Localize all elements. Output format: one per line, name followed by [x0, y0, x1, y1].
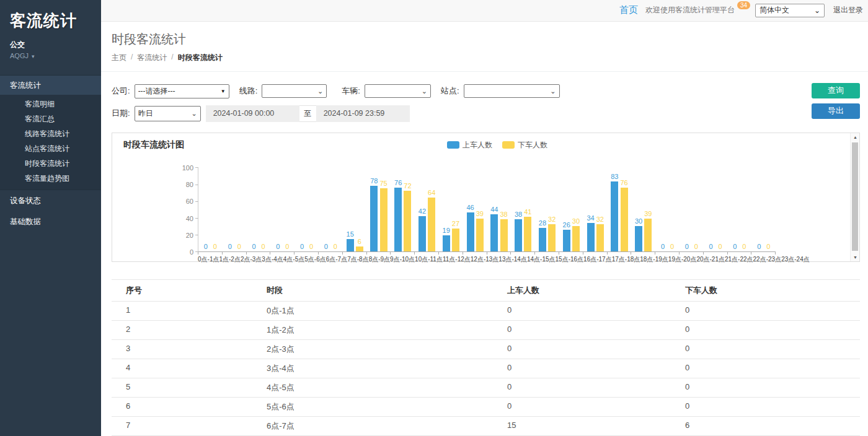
bar-group: 00 — [294, 168, 319, 251]
bar-column: 0 — [717, 243, 724, 251]
bar-column: 38 — [515, 211, 522, 251]
table-row[interactable]: 43点-4点00 — [112, 359, 860, 378]
bar-column: 0 — [764, 243, 772, 251]
bar-group: 8376 — [608, 168, 632, 251]
language-select[interactable]: 简体中文 ⌄ — [755, 4, 825, 17]
bar — [370, 186, 378, 251]
main-area: 首页 欢迎使用客流统计管理平台 34 简体中文 ⌄ 退出登录 时段客流统计 主页… — [101, 0, 868, 436]
x-axis-tick-mark — [343, 252, 367, 255]
bar-value-label: 64 — [428, 189, 435, 197]
sidebar-item-line-stats[interactable]: 线路客流统计 — [0, 126, 101, 141]
x-axis-tick-mark — [511, 252, 535, 255]
date-to-input[interactable]: 2024-01-09 23:59 — [316, 105, 410, 122]
scrollbar-thumb[interactable] — [852, 142, 858, 251]
chevron-down-icon: ⌄ — [814, 6, 820, 15]
table-cell: 0 — [493, 321, 671, 339]
topbar: 首页 欢迎使用客流统计管理平台 34 简体中文 ⌄ 退出登录 — [101, 0, 868, 22]
date-preset-select[interactable]: 昨日 ⌄ — [135, 106, 201, 121]
bar — [563, 230, 570, 251]
filter-panel: 公司: ---请选择--- ▼ 线路: ⌄ 车辆: ⌄ 站点: — [101, 72, 868, 122]
bar-column: 42 — [418, 207, 426, 251]
language-select-value: 简体中文 — [760, 5, 789, 15]
table-row[interactable]: 21点-2点00 — [112, 321, 860, 340]
bar-value-label: 0 — [766, 243, 770, 251]
bar-group: 00 — [704, 168, 728, 251]
company-code-label: AQGJ — [10, 52, 29, 59]
bar-group: 3432 — [583, 168, 608, 251]
bar-column: 0 — [659, 243, 666, 251]
breadcrumb-flow-stats[interactable]: 客流统计 — [137, 53, 167, 63]
table-cell: 0 — [493, 359, 671, 378]
line-select[interactable]: ⌄ — [262, 84, 327, 98]
x-axis-label: 1点-2点 — [219, 255, 240, 264]
sidebar-item-flow-summary[interactable]: 客流汇总 — [0, 111, 101, 126]
sidebar-item-device-status[interactable]: 设备状态 — [0, 190, 101, 211]
sidebar-item-flow-detail[interactable]: 客流明细 — [0, 97, 101, 111]
x-axis-tick-mark — [728, 252, 752, 255]
bar-column: 0 — [755, 243, 763, 251]
x-axis-tick-mark — [559, 252, 583, 255]
table-cell: 2点-3点 — [252, 340, 493, 359]
y-axis-tick-mark — [195, 235, 198, 235]
station-select[interactable]: ⌄ — [464, 84, 560, 98]
sidebar-item-period-stats[interactable]: 时段客流统计 — [0, 156, 101, 171]
chart-scrollbar[interactable]: ▲ ▼ — [850, 133, 859, 261]
bar-value-label: 0 — [742, 243, 746, 251]
x-axis-label: 23点-24点 — [781, 255, 810, 264]
bar-value-label: 0 — [757, 243, 761, 251]
bar-column: 75 — [379, 180, 387, 251]
logout-link[interactable]: 退出登录 — [833, 5, 863, 15]
notification-badge[interactable]: 34 — [737, 1, 750, 9]
bar-group: 4639 — [463, 168, 487, 251]
bar — [515, 219, 522, 251]
table-row[interactable]: 32点-3点00 — [112, 340, 860, 359]
bar-column: 39 — [644, 210, 652, 251]
date-label: 日期: — [112, 108, 130, 119]
bar-column: 0 — [211, 243, 219, 251]
x-axis-tick-mark — [463, 252, 487, 255]
table-cell: 0 — [493, 302, 671, 320]
bar-column: 19 — [443, 227, 450, 251]
legend-swatch-icon — [447, 141, 459, 149]
search-button[interactable]: 查询 — [812, 83, 860, 98]
bar-value-label: 42 — [418, 207, 426, 216]
bar-value-label: 78 — [370, 177, 378, 185]
vehicle-select[interactable]: ⌄ — [365, 84, 431, 98]
home-link[interactable]: 首页 — [619, 4, 638, 16]
bar-column: 72 — [404, 182, 411, 251]
bar — [500, 219, 508, 251]
x-axis-tick-mark — [535, 252, 559, 255]
breadcrumb-home[interactable]: 主页 — [112, 53, 126, 63]
x-axis-tick-mark — [223, 252, 247, 255]
table-body: 10点-1点0021点-2点0032点-3点0043点-4点0054点-5点00… — [112, 302, 860, 436]
bar-group: 00 — [247, 168, 271, 251]
sidebar-item-flow-stats[interactable]: 客流统计 — [0, 75, 101, 95]
table-cell: 0 — [671, 359, 860, 378]
sidebar-item-base-data[interactable]: 基础数据 — [0, 211, 101, 232]
bar-column: 76 — [620, 179, 627, 251]
bar-column: 6 — [356, 238, 363, 251]
sidebar-item-trend-chart[interactable]: 客流量趋势图 — [0, 171, 101, 186]
bar-value-label: 38 — [500, 211, 507, 219]
sidebar-item-station-stats[interactable]: 站点客流统计 — [0, 141, 101, 156]
company-code-dropdown[interactable]: AQGJ ▾ — [10, 52, 95, 59]
legend-item[interactable]: 下车人数 — [502, 140, 547, 150]
scroll-up-icon[interactable]: ▲ — [851, 133, 860, 142]
table-row[interactable]: 54点-5点00 — [112, 378, 860, 398]
export-button[interactable]: 导出 — [812, 103, 860, 119]
table-row[interactable]: 65点-6点00 — [112, 398, 860, 417]
date-from-input[interactable]: 2024-01-09 00:00 — [206, 105, 299, 122]
bar-group: 7672 — [391, 168, 415, 251]
legend-item[interactable]: 上车人数 — [447, 140, 492, 150]
table-row[interactable]: 10点-1点00 — [112, 302, 860, 321]
table-row[interactable]: 76点-7点156 — [112, 417, 860, 436]
chevron-down-icon: ⌄ — [317, 88, 323, 94]
table-cell: 7 — [112, 417, 252, 435]
company-select[interactable]: ---请选择--- ▼ — [135, 84, 229, 98]
bar-group: 2630 — [559, 168, 583, 251]
table-cell: 15 — [493, 417, 671, 435]
date-preset-value: 昨日 — [138, 108, 153, 119]
scroll-down-icon[interactable]: ▼ — [851, 253, 860, 261]
x-axis-label: 11点-12点 — [443, 255, 471, 264]
x-axis-label: 10点-11点 — [415, 255, 443, 264]
